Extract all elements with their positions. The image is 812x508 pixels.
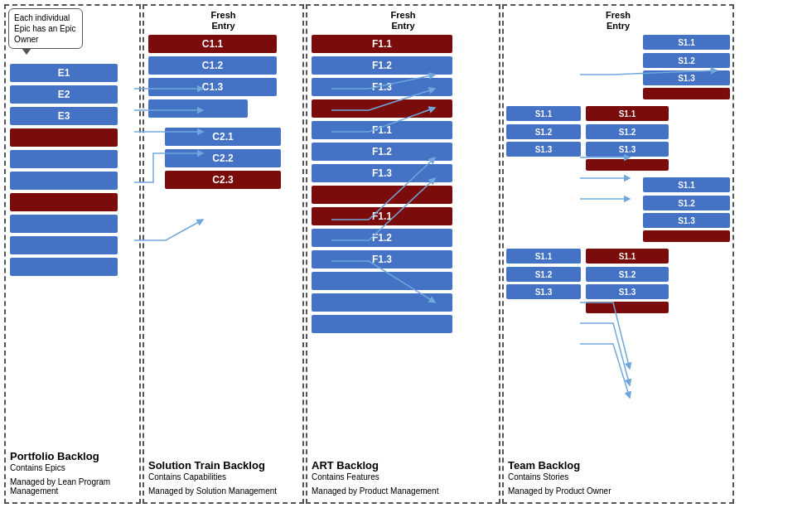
story-s1-2b-right: S1.2: [586, 124, 669, 139]
art-subtitle: Contains Features: [312, 472, 495, 481]
cap-c2-2: C2.2: [165, 149, 281, 167]
story-s1-1a: S1.1: [643, 35, 730, 50]
epic-e3: E3: [10, 107, 118, 125]
team-footer: Team Backlog Contains Stories Managed by…: [508, 456, 728, 496]
art-group3: F1.1 F1.2 F1.3: [312, 207, 495, 333]
main-container: Each individual Epic has an Epic Owner E…: [0, 0, 812, 508]
story-s1-3b-right: S1.3: [586, 142, 669, 157]
story-s1-1b-left: S1.1: [506, 106, 581, 121]
cap-blue1: [148, 99, 248, 118]
team-g1-bars: S1.1 S1.2 S1.3: [643, 35, 730, 103]
cap-c2-3: C2.3: [165, 171, 281, 189]
solution-group1: C1.1 C1.2 C1.3: [148, 35, 298, 118]
speech-bubble: Each individual Epic has an Epic Owner: [8, 8, 83, 49]
team-subtitle: Contains Stories: [508, 472, 728, 481]
epic-dark1: [10, 128, 118, 147]
solution-managed: Managed by Solution Management: [148, 486, 298, 496]
solution-footer: Solution Train Backlog Contains Capabili…: [148, 456, 298, 496]
story-dark2b: [586, 159, 669, 171]
story-s1-1d-right: S1.1: [586, 249, 669, 264]
art-group2: F1.1 F1.2 F1.3: [312, 121, 495, 204]
epic-e1: E1: [10, 64, 118, 82]
story-s1-3c: S1.3: [643, 213, 730, 228]
art-managed: Managed by Product Management: [312, 486, 495, 496]
feat-dark2: [312, 186, 452, 204]
portfolio-bars: E1 E2 E3: [10, 64, 135, 276]
cap-c1-3: C1.3: [148, 78, 277, 96]
feat-f1-1c: F1.1: [312, 207, 452, 225]
team-column: FreshEntry S1.1 S1.2 S1.3 S1.1 S1.2 S1.3…: [502, 4, 734, 504]
team-group1: S1.1 S1.2 S1.3: [506, 35, 730, 103]
solution-group2: C2.1 C2.2 C2.3: [165, 128, 298, 189]
feat-f1-1b: F1.1: [312, 121, 452, 139]
story-s1-3a: S1.3: [643, 70, 730, 85]
feat-f1-2a: F1.2: [312, 56, 452, 75]
feat-f1-3b: F1.3: [312, 164, 452, 182]
feat-f1-3c: F1.3: [312, 250, 452, 269]
team-managed: Managed by Product Owner: [508, 486, 728, 496]
story-s1-3d-right: S1.3: [586, 284, 669, 299]
feat-blue1: [312, 272, 452, 290]
team-group2: S1.1 S1.2 S1.3 S1.1 S1.2 S1.3: [506, 106, 730, 174]
team-group3: S1.1 S1.2 S1.3: [506, 177, 730, 245]
cap-c2-1: C2.1: [165, 128, 281, 146]
epic-blue5: [10, 172, 118, 190]
team-group4: S1.1 S1.2 S1.3 S1.1 S1.2 S1.3: [506, 249, 730, 317]
team-g2-right: S1.1 S1.2 S1.3: [586, 106, 669, 174]
portfolio-managed: Managed by Lean Program Management: [10, 477, 135, 496]
feat-blue2: [312, 293, 452, 312]
cap-c1-2: C1.2: [148, 56, 277, 75]
story-s1-1b-right: S1.1: [586, 106, 669, 121]
art-group1: F1.1 F1.2 F1.3: [312, 35, 495, 118]
feat-f1-2c: F1.2: [312, 229, 452, 247]
epic-blue6: [10, 215, 118, 233]
epic-blue4: [10, 150, 118, 168]
cap-c1-1: C1.1: [148, 35, 277, 53]
story-dark4: [586, 302, 669, 313]
solution-fresh-entry: FreshEntry: [148, 10, 298, 31]
team-g4-left: S1.1 S1.2 S1.3: [506, 249, 581, 317]
team-g3-bars: S1.1 S1.2 S1.3: [643, 177, 730, 245]
epic-blue8: [10, 258, 118, 276]
story-s1-2a: S1.2: [643, 53, 730, 68]
story-s1-2b-left: S1.2: [506, 124, 581, 139]
portfolio-column: Each individual Epic has an Epic Owner E…: [4, 4, 141, 504]
story-s1-2d-right: S1.2: [586, 267, 669, 282]
solution-subtitle: Contains Capabilities: [148, 472, 298, 481]
story-s1-3b-left: S1.3: [506, 142, 581, 157]
epic-dark2: [10, 193, 118, 211]
team-g4-right: S1.1 S1.2 S1.3: [586, 249, 669, 317]
solution-column: FreshEntry C1.1 C1.2 C1.3 C2.1 C2.2 C2.3…: [143, 4, 304, 504]
art-title: ART Backlog: [312, 459, 495, 472]
art-footer: ART Backlog Contains Features Managed by…: [312, 456, 495, 496]
story-s1-2d-left: S1.2: [506, 267, 581, 282]
feat-blue3: [312, 315, 452, 333]
feat-dark1: [312, 99, 452, 118]
portfolio-title: Portfolio Backlog: [10, 450, 135, 462]
portfolio-footer: Portfolio Backlog Contains Epics Managed…: [10, 447, 135, 496]
feat-f1-2b: F1.2: [312, 143, 452, 161]
story-s1-2c: S1.2: [643, 196, 730, 210]
epic-blue7: [10, 236, 118, 254]
story-dark1a: [643, 88, 730, 99]
solution-title: Solution Train Backlog: [148, 459, 298, 472]
story-s1-1c: S1.1: [643, 177, 730, 192]
feat-f1-3a: F1.3: [312, 78, 452, 96]
art-fresh-entry: FreshEntry: [312, 10, 495, 31]
team-g2-left: S1.1 S1.2 S1.3: [506, 106, 581, 174]
story-dark3: [643, 230, 730, 242]
story-s1-3d-left: S1.3: [506, 284, 581, 299]
team-fresh-entry: FreshEntry: [506, 10, 730, 31]
art-column: FreshEntry F1.1 F1.2 F1.3 F1.1 F1.2 F1.3…: [306, 4, 500, 504]
feat-f1-1a: F1.1: [312, 35, 452, 53]
team-title: Team Backlog: [508, 459, 728, 472]
portfolio-subtitle: Contains Epics: [10, 463, 135, 472]
story-s1-1d-left: S1.1: [506, 249, 581, 264]
epic-e2: E2: [10, 85, 118, 104]
